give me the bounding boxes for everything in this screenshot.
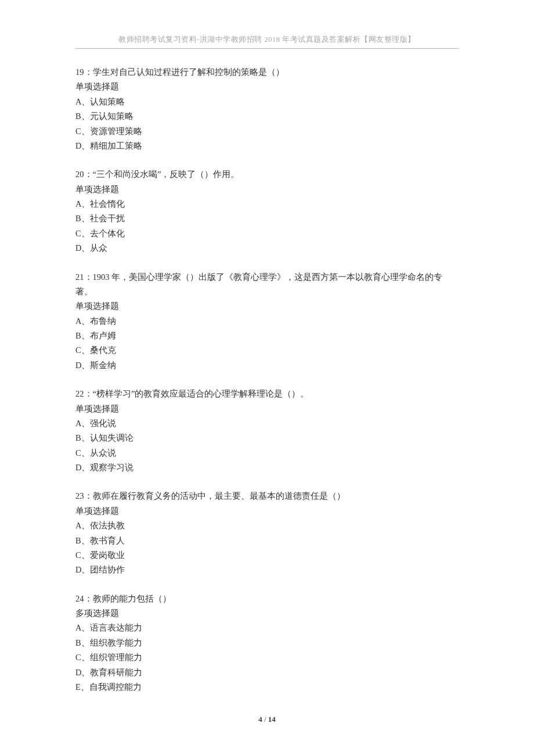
question-option: B、布卢姆	[75, 329, 459, 343]
question-option: A、语言表达能力	[75, 621, 459, 635]
question-option: E、自我调控能力	[75, 680, 459, 694]
question-option: C、去个体化	[75, 226, 459, 241]
header-divider	[75, 48, 459, 49]
question-stem: 20：“三个和尚没水喝”，反映了（）作用。	[75, 167, 459, 182]
question-type: 单项选择题	[75, 402, 459, 416]
question-block: 19：学生对自己认知过程进行了解和控制的策略是（）单项选择题A、认知策略B、元认…	[75, 65, 459, 153]
question-stem: 24：教师的能力包括（）	[75, 592, 459, 606]
question-stem: 23：教师在履行教育义务的活动中，最主要、最基本的道德责任是（）	[75, 489, 459, 503]
question-type: 单项选择题	[75, 504, 459, 519]
question-option: D、斯金纳	[75, 358, 459, 373]
question-type: 单项选择题	[75, 299, 459, 314]
question-option: C、资源管理策略	[75, 124, 459, 139]
question-option: A、布鲁纳	[75, 314, 459, 329]
page-total: 14	[268, 715, 276, 723]
question-option: B、教书育人	[75, 534, 459, 548]
question-type: 单项选择题	[75, 80, 459, 94]
question-stem: 21：1903 年，美国心理学家（）出版了《教育心理学》，这是西方第一本以教育心…	[75, 270, 459, 300]
page-footer: 4 / 14	[0, 715, 534, 724]
question-option: C、组织管理能力	[75, 650, 459, 665]
question-block: 23：教师在履行教育义务的活动中，最主要、最基本的道德责任是（）单项选择题A、依…	[75, 489, 459, 577]
question-option: C、爱岗敬业	[75, 548, 459, 563]
question-option: C、桑代克	[75, 343, 459, 358]
question-option: B、社会干扰	[75, 211, 459, 226]
question-block: 24：教师的能力包括（）多项选择题A、语言表达能力B、组织教学能力C、组织管理能…	[75, 592, 459, 695]
question-option: D、从众	[75, 241, 459, 255]
question-option: D、教育科研能力	[75, 665, 459, 680]
question-type: 单项选择题	[75, 182, 459, 197]
question-block: 20：“三个和尚没水喝”，反映了（）作用。单项选择题A、社会惰化B、社会干扰C、…	[75, 167, 459, 255]
question-option: B、认知失调论	[75, 431, 459, 445]
question-option: C、从众说	[75, 446, 459, 460]
page-header: 教师招聘考试复习资料-洪湖中学教师招聘 2018 年考试真题及答案解析【网友整理…	[75, 35, 459, 45]
question-block: 22：“榜样学习”的教育效应最适合的心理学解释理论是（）。单项选择题A、强化说B…	[75, 387, 459, 475]
question-option: B、元认知策略	[75, 109, 459, 124]
question-option: A、社会惰化	[75, 197, 459, 211]
question-stem: 19：学生对自己认知过程进行了解和控制的策略是（）	[75, 65, 459, 80]
question-stem: 22：“榜样学习”的教育效应最适合的心理学解释理论是（）。	[75, 387, 459, 401]
question-option: A、强化说	[75, 416, 459, 431]
question-block: 21：1903 年，美国心理学家（）出版了《教育心理学》，这是西方第一本以教育心…	[75, 270, 459, 373]
question-option: A、认知策略	[75, 95, 459, 109]
page-sep: /	[262, 715, 268, 723]
content-area: 19：学生对自己认知过程进行了解和控制的策略是（）单项选择题A、认知策略B、元认…	[75, 65, 459, 694]
question-option: A、依法执教	[75, 519, 459, 533]
question-type: 多项选择题	[75, 606, 459, 621]
question-option: D、观察学习说	[75, 460, 459, 475]
question-option: B、组织教学能力	[75, 636, 459, 650]
question-option: D、团结协作	[75, 563, 459, 577]
question-option: D、精细加工策略	[75, 139, 459, 153]
